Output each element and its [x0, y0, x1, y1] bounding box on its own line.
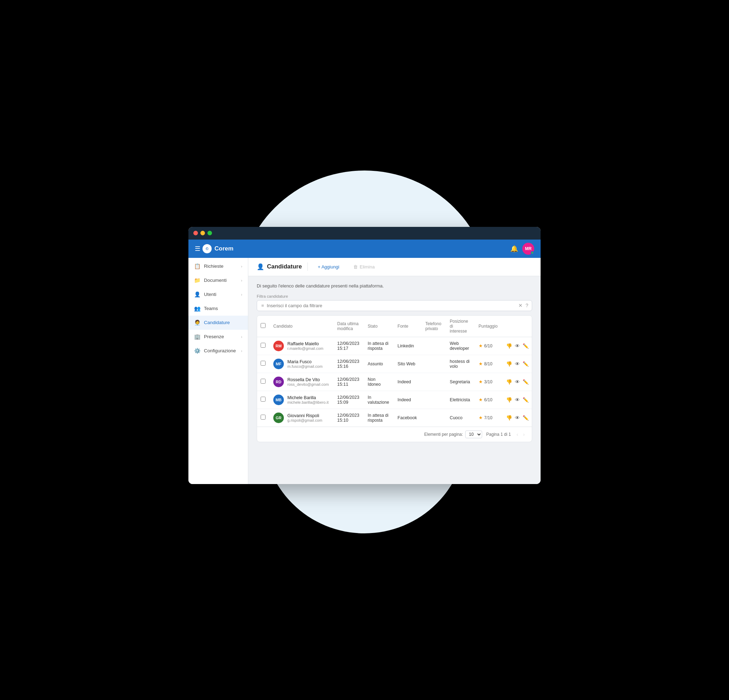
row-checkbox[interactable] — [261, 379, 266, 384]
sidebar-item-documenti[interactable]: 📁 Documenti › — [189, 274, 248, 287]
row-date-cell: 12/06/2023 15:09 — [333, 391, 364, 409]
view-icon[interactable]: 👁 — [515, 361, 520, 367]
rating-value: 3/10 — [484, 380, 492, 384]
row-stato-cell: Non Idoneo — [363, 373, 394, 391]
row-posizione-cell: Cuoco — [446, 409, 474, 426]
minimize-button[interactable] — [200, 231, 205, 235]
candidate-avatar: RD — [273, 377, 284, 387]
star-icon: ★ — [479, 361, 483, 367]
content-header: 👤 Candidature + Aggiungi 🗑 Elimina — [248, 258, 540, 276]
row-date-cell: 12/06/2023 15:11 — [333, 373, 364, 391]
sidebar-item-configurazione[interactable]: ⚙️ Configurazione › — [189, 344, 248, 358]
per-page-select[interactable]: 10 25 50 — [465, 431, 482, 438]
edit-icon[interactable]: ✏️ — [523, 343, 529, 349]
status-badge: Assunto — [368, 361, 383, 367]
sidebar-item-candidature[interactable]: 🧑‍💼 Candidature — [189, 316, 248, 330]
sidebar-item-presenze[interactable]: 🏢 Presenze › — [189, 330, 248, 344]
delete-button[interactable]: 🗑 Elimina — [349, 262, 379, 272]
star-icon: ★ — [479, 343, 483, 348]
chevron-documenti: › — [241, 278, 242, 282]
filter-clear-icon[interactable]: ✕ — [518, 303, 523, 308]
select-all-checkbox[interactable] — [261, 323, 266, 328]
candidate-avatar: MB — [273, 394, 284, 405]
row-telefono-cell — [421, 355, 446, 373]
row-fonte-cell: Sito Web — [394, 355, 421, 373]
thumbsdown-icon[interactable]: 👎 — [506, 343, 512, 349]
navbar-right: 🔔 MR — [510, 243, 534, 255]
maximize-button[interactable] — [208, 231, 212, 235]
candidates-table: Candidato Data ultima modifica Stato Fon… — [257, 316, 532, 426]
sidebar-label-candidature: Candidature — [204, 320, 242, 325]
row-candidate-cell: RM Raffaele Maiello r.maiello@gmail.com — [269, 337, 333, 355]
sidebar-item-utenti[interactable]: 👤 Utenti › — [189, 287, 248, 301]
star-icon: ★ — [479, 397, 483, 402]
sidebar-item-teams[interactable]: 👥 Teams — [189, 301, 248, 316]
view-icon[interactable]: 👁 — [515, 397, 520, 403]
page-title: Candidature — [267, 263, 302, 270]
row-checkbox[interactable] — [261, 397, 266, 402]
row-candidate-cell: RD Rossella De Vito ross_devito@gmail.co… — [269, 373, 333, 391]
status-badge: Non Idoneo — [368, 377, 389, 387]
row-posizione-cell: Segretaria — [446, 373, 474, 391]
row-actions-cell: 👎 👁 ✏️ — [502, 373, 532, 391]
prev-page-btn[interactable]: ‹ — [515, 431, 520, 438]
filter-help-icon[interactable]: ? — [526, 303, 528, 308]
content-body: Di seguito l'elenco delle candidature pr… — [248, 276, 540, 484]
row-punteggio-cell: ★ 7/10 — [474, 409, 502, 426]
row-fonte-cell: Linkedin — [394, 337, 421, 355]
row-posizione-cell: Web developer — [446, 337, 474, 355]
row-candidate-cell: MB Michele Barilla michele.barilla@liber… — [269, 391, 333, 409]
row-actions: 👎 👁 ✏️ — [506, 397, 529, 403]
table-row: RM Raffaele Maiello r.maiello@gmail.com … — [257, 337, 532, 355]
table-footer: Elementi per pagina: 10 25 50 Pagina 1 d… — [257, 426, 532, 442]
candidate-email: m.fusco@gmail.com — [288, 364, 322, 368]
row-telefono-cell — [421, 373, 446, 391]
thumbsdown-icon[interactable]: 👎 — [506, 397, 512, 403]
edit-icon[interactable]: ✏️ — [523, 415, 529, 421]
row-stato-cell: Assunto — [363, 355, 394, 373]
row-checkbox-cell — [257, 391, 269, 409]
brand: © Corem — [202, 244, 234, 253]
candidature-icon: 🧑‍💼 — [194, 320, 200, 326]
status-badge: In attesa di risposta — [368, 341, 389, 351]
view-icon[interactable]: 👁 — [515, 343, 520, 349]
per-page-label: Elementi per pagina: — [424, 432, 463, 437]
row-checkbox[interactable] — [261, 415, 266, 419]
thumbsdown-icon[interactable]: 👎 — [506, 361, 512, 367]
edit-icon[interactable]: ✏️ — [523, 361, 529, 367]
col-stato: Stato — [363, 316, 394, 337]
thumbsdown-icon[interactable]: 👎 — [506, 379, 512, 385]
filter-label: Filtra candidature — [257, 294, 532, 298]
rating-value: 7/10 — [484, 415, 492, 420]
edit-icon[interactable]: ✏️ — [523, 379, 529, 385]
rating-value: 6/10 — [484, 397, 492, 402]
status-badge: In valutazione — [368, 395, 389, 405]
row-checkbox[interactable] — [261, 361, 266, 366]
status-badge: In attesa di risposta — [368, 413, 389, 423]
hamburger-icon[interactable]: ☰ — [195, 245, 200, 253]
row-checkbox[interactable] — [261, 343, 266, 348]
next-page-btn[interactable]: › — [521, 431, 526, 438]
row-fonte-cell: Indeed — [394, 391, 421, 409]
edit-icon[interactable]: ✏️ — [523, 397, 529, 403]
col-checkbox — [257, 316, 269, 337]
user-avatar[interactable]: MR — [522, 243, 534, 255]
chevron-presenze: › — [241, 335, 242, 339]
view-icon[interactable]: 👁 — [515, 379, 520, 385]
candidate-name: Raffaele Maiello — [288, 341, 323, 346]
row-checkbox-cell — [257, 355, 269, 373]
add-button[interactable]: + Aggiungi — [314, 262, 343, 272]
candidate-info: Maria Fusco m.fusco@gmail.com — [288, 359, 322, 368]
main-layout: 📋 Richieste › 📁 Documenti › 👤 Utenti › 👥… — [189, 258, 540, 484]
delete-label: Elimina — [360, 264, 375, 269]
thumbsdown-icon[interactable]: 👎 — [506, 415, 512, 421]
bell-icon[interactable]: 🔔 — [510, 245, 518, 253]
filter-input[interactable] — [267, 303, 527, 308]
row-punteggio-cell: ★ 3/10 — [474, 373, 502, 391]
close-button[interactable] — [193, 231, 198, 235]
candidate-info: Michele Barilla michele.barilla@libero.i… — [288, 395, 328, 405]
view-icon[interactable]: 👁 — [515, 415, 520, 421]
chevron-utenti: › — [241, 293, 242, 297]
filter-actions: ✕ ? — [518, 303, 528, 308]
sidebar-item-richieste[interactable]: 📋 Richieste › — [189, 259, 248, 274]
